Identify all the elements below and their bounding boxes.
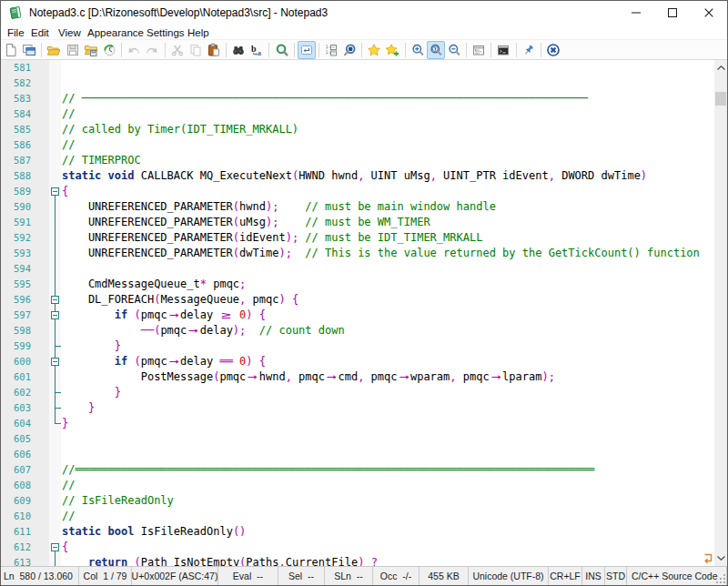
line-number[interactable]: 607 [1, 462, 49, 478]
line-number[interactable]: 592 [1, 230, 49, 246]
status-syntax-scheme[interactable]: C/C++ Source Code [627, 567, 727, 585]
launch-console-button[interactable] [494, 41, 512, 59]
line-number[interactable]: 589 [1, 184, 49, 199]
fold-margin-box-thru[interactable] [49, 308, 61, 323]
status-line-info[interactable]: Ln 580 / 13.060 [1, 567, 79, 585]
fold-margin-box-thru[interactable] [49, 292, 61, 308]
new-file-button[interactable] [2, 41, 20, 59]
line-number[interactable]: 610 [1, 509, 49, 524]
line-number[interactable]: 605 [1, 431, 49, 447]
new-window-button[interactable] [20, 41, 38, 59]
customize-schemes-button[interactable] [470, 41, 488, 59]
fold-margin-box-down[interactable] [49, 540, 61, 555]
menu-edit[interactable]: Edit [27, 25, 53, 40]
fold-margin [49, 168, 61, 184]
menu-file[interactable]: File [4, 25, 28, 40]
zoom-reset-button[interactable] [427, 41, 445, 59]
line-number[interactable]: 594 [1, 261, 49, 277]
status-eval[interactable]: Eval -- [218, 567, 278, 585]
exit-button[interactable] [544, 41, 562, 59]
open-favorites-button[interactable] [365, 41, 383, 59]
line-number[interactable]: 590 [1, 199, 49, 215]
add-favorite-icon [385, 43, 399, 57]
maximize-button[interactable] [654, 1, 691, 25]
status-file-size[interactable]: 455 KB [420, 567, 469, 585]
line-number[interactable]: 596 [1, 292, 49, 308]
line-number[interactable]: 609 [1, 493, 49, 509]
paste-button[interactable] [205, 41, 223, 59]
vertical-scrollbar[interactable] [714, 60, 727, 566]
line-number[interactable]: 601 [1, 369, 49, 385]
code-editor[interactable]: 581582583// ────────────────────────────… [1, 60, 727, 566]
line-number[interactable]: 591 [1, 215, 49, 230]
line-number[interactable]: 608 [1, 478, 49, 493]
status-unicode-point[interactable]: U+0x002F (ASC:47) [132, 567, 218, 585]
scrollbar-up-button[interactable] [714, 60, 727, 76]
line-number[interactable]: 611 [1, 524, 49, 540]
add-to-favorites-button[interactable] [383, 41, 401, 59]
line-number[interactable]: 593 [1, 246, 49, 261]
line-number[interactable]: 606 [1, 447, 49, 462]
status-override-mode[interactable]: STD [605, 567, 627, 585]
menu-view[interactable]: View [55, 25, 85, 40]
line-number[interactable]: 600 [1, 354, 49, 369]
code-text: return (Path_IsNotEmpty(Paths.CurrentFil… [61, 555, 714, 566]
find-button[interactable] [229, 41, 248, 59]
save-file-as-button[interactable] [82, 41, 100, 59]
line-number[interactable]: 595 [1, 277, 49, 292]
scrollbar-down-button[interactable] [714, 551, 727, 566]
minimize-button[interactable] [618, 1, 654, 25]
fold-margin [49, 122, 61, 137]
status-encoding[interactable]: Unicode (UTF-8) [469, 567, 549, 585]
line-number[interactable]: 583 [1, 91, 49, 106]
open-recent-button[interactable] [100, 41, 118, 59]
code-line-589: 589{ [1, 184, 714, 199]
status-line-endings[interactable]: CR+LF [549, 567, 582, 585]
status-insert-mode[interactable]: INS [582, 567, 605, 585]
line-number[interactable]: 588 [1, 168, 49, 184]
titlebar[interactable]: Notepad3.c [D:\Rizonesoft\Develop\Notepa… [1, 1, 727, 25]
word-wrap-button[interactable] [298, 41, 316, 59]
line-number[interactable]: 597 [1, 308, 49, 323]
scrollbar-track[interactable] [714, 76, 727, 551]
menu-appearance[interactable]: Appearance [84, 25, 147, 40]
menu-settings[interactable]: Settings [143, 25, 188, 40]
line-number[interactable]: 599 [1, 338, 49, 354]
line-number[interactable]: 613 [1, 555, 49, 566]
line-number[interactable]: 585 [1, 122, 49, 137]
always-on-top-button[interactable] [520, 41, 538, 59]
status-occurrences[interactable]: Occ -/- [373, 567, 420, 585]
open-file-button[interactable] [45, 41, 63, 59]
code-text [61, 431, 714, 447]
line-number[interactable]: 581 [1, 60, 49, 76]
fold-margin-box-thru[interactable] [49, 354, 61, 369]
jump-to-button[interactable] [340, 41, 359, 59]
status-selection[interactable]: Sel -- [278, 567, 325, 585]
toggle-folds-button[interactable] [322, 41, 340, 59]
fold-margin-box-down[interactable] [49, 184, 61, 199]
status-column-info[interactable]: Col 1 / 79 [79, 567, 132, 585]
line-number[interactable]: 604 [1, 416, 49, 431]
line-number[interactable]: 582 [1, 76, 49, 91]
line-number[interactable]: 612 [1, 540, 49, 555]
close-button[interactable] [691, 1, 727, 25]
line-number[interactable]: 603 [1, 400, 49, 416]
line-number[interactable]: 586 [1, 137, 49, 153]
toolbar-separator [490, 43, 491, 57]
line-number[interactable]: 587 [1, 153, 49, 168]
line-number[interactable]: 584 [1, 106, 49, 122]
line-number[interactable]: 598 [1, 323, 49, 338]
zoom-out-button[interactable] [445, 41, 463, 59]
redo-button [143, 41, 161, 59]
menu-help[interactable]: Help [184, 25, 213, 40]
mark-occurrences-button[interactable] [272, 41, 290, 59]
code-line-584: 584// [1, 106, 714, 122]
cut-button [168, 41, 187, 59]
zoom-in-button[interactable] [409, 41, 427, 59]
resize-grip-icon[interactable] [715, 573, 726, 584]
replace-button[interactable]: ba [248, 41, 266, 59]
scrollbar-thumb[interactable] [715, 92, 726, 106]
maximize-icon [668, 5, 677, 21]
line-number[interactable]: 602 [1, 385, 49, 400]
status-selected-lines[interactable]: SLn -- [325, 567, 373, 585]
